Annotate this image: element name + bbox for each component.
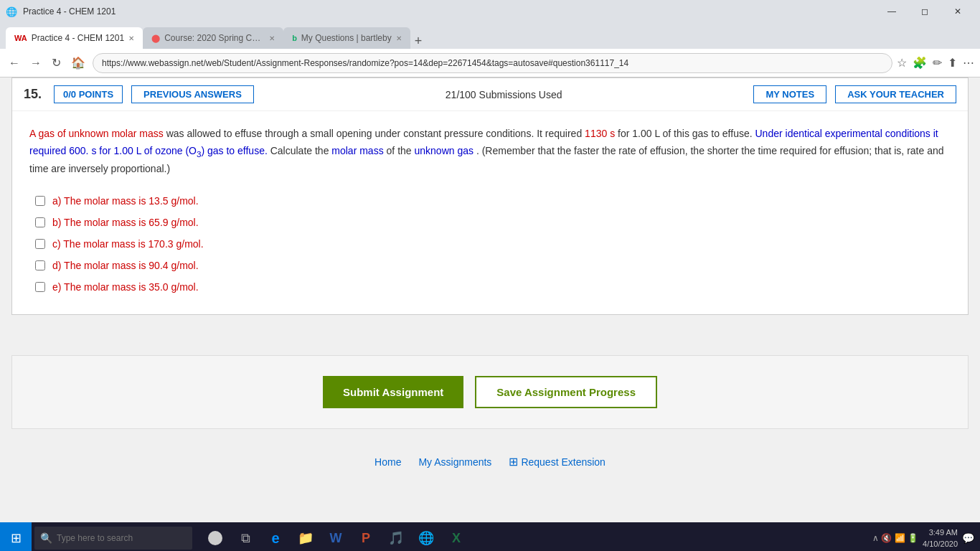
- taskbar-search-icon: 🔍: [40, 532, 52, 544]
- request-extension-container: ⊞ Request Extension: [509, 455, 606, 468]
- answer-options: a) The molar mass is 13.5 g/mol. b) The …: [29, 195, 951, 293]
- taskbar-chrome[interactable]: 🌐: [412, 522, 440, 551]
- checkbox-b[interactable]: [35, 217, 45, 227]
- question-text: A gas of unknown molar mass was allowed …: [29, 126, 951, 178]
- tab-icon-3: b: [292, 34, 297, 42]
- taskbar-file-explorer[interactable]: 📁: [291, 522, 320, 551]
- taskbar-powerpoint[interactable]: P: [352, 522, 380, 551]
- taskbar-apps: ⧉ e 📁 W P 🎵 🌐 X: [201, 522, 471, 551]
- refresh-button[interactable]: ↻: [49, 53, 64, 72]
- submissions-text: 21/100 Submissions Used: [263, 89, 745, 100]
- music-icon: 🎵: [388, 530, 404, 546]
- option-b: b) The molar mass is 65.9 g/mol.: [35, 217, 951, 228]
- taskbar-task-view[interactable]: ⧉: [231, 522, 260, 551]
- previous-answers-button[interactable]: PREVIOUS ANSWERS: [131, 85, 254, 103]
- minimize-button[interactable]: —: [875, 0, 908, 23]
- request-extension-link[interactable]: Request Extension: [521, 456, 606, 468]
- home-nav-button[interactable]: 🏠: [68, 53, 88, 72]
- taskbar-search[interactable]: 🔍: [34, 527, 192, 550]
- taskbar-cortana[interactable]: [201, 522, 230, 551]
- tab-label-2: Course: 2020 Spring CHEM: [164, 33, 265, 43]
- excel-icon: X: [452, 531, 461, 546]
- option-c: c) The molar mass is 170.3 g/mol.: [35, 238, 951, 250]
- system-tray-icons: ∧ 🔇 📶 🔋: [872, 533, 918, 543]
- checkbox-c[interactable]: [35, 239, 45, 249]
- option-a-label[interactable]: a) The molar mass is 13.5 g/mol.: [52, 195, 199, 207]
- tab-label-3: My Questions | bartleby: [301, 33, 392, 43]
- taskbar-word[interactable]: W: [321, 522, 350, 551]
- taskbar-time-display: 3:49 AM: [923, 527, 958, 539]
- option-c-label[interactable]: c) The molar mass is 170.3 g/mol.: [52, 238, 204, 250]
- request-ext-icon: ⊞: [509, 455, 518, 468]
- checkbox-d[interactable]: [35, 260, 45, 270]
- ask-teacher-button[interactable]: ASK YOUR TEACHER: [835, 85, 956, 103]
- file-explorer-icon: 📁: [298, 530, 314, 546]
- taskbar-search-input[interactable]: [57, 533, 179, 543]
- back-button[interactable]: ←: [6, 54, 23, 72]
- pen-icon[interactable]: ✏: [933, 56, 942, 70]
- action-area: Submit Assignment Save Assignment Progre…: [11, 355, 969, 429]
- new-tab-button[interactable]: +: [410, 34, 427, 49]
- option-d-label[interactable]: d) The molar mass is 90.4 g/mol.: [52, 260, 199, 271]
- tab-label-1: Practice 4 - CHEM 1201: [32, 33, 124, 43]
- taskbar-right: ∧ 🔇 📶 🔋 3:49 AM 4/10/2020 💬: [872, 527, 980, 550]
- forward-button[interactable]: →: [27, 54, 44, 72]
- footer-links: Home My Assignments ⊞ Request Extension: [0, 441, 980, 483]
- windows-icon: ⊞: [11, 530, 22, 546]
- taskbar-excel[interactable]: X: [442, 522, 471, 551]
- edge-icon: e: [271, 530, 279, 547]
- word-icon: W: [330, 531, 342, 546]
- bookmark-icon[interactable]: ☆: [897, 56, 907, 70]
- option-d: d) The molar mass is 90.4 g/mol.: [35, 260, 951, 271]
- tab-practice-chem[interactable]: WA Practice 4 - CHEM 1201 ✕: [6, 27, 143, 49]
- address-bar[interactable]: [93, 53, 892, 73]
- points-button[interactable]: 0/0 POINTS: [54, 85, 123, 103]
- option-a: a) The molar mass is 13.5 g/mol.: [35, 195, 951, 207]
- taskbar-date-display: 4/10/2020: [923, 538, 958, 550]
- cortana-icon: [208, 531, 222, 545]
- close-button[interactable]: ✕: [941, 0, 974, 23]
- tab-icon-2: ⬤: [151, 34, 160, 43]
- tab-close-2[interactable]: ✕: [269, 34, 275, 42]
- question-number: 15.: [24, 87, 45, 102]
- restore-button[interactable]: ◻: [908, 0, 941, 23]
- home-link[interactable]: Home: [374, 456, 401, 468]
- extensions-icon[interactable]: 🧩: [913, 56, 927, 70]
- option-b-label[interactable]: b) The molar mass is 65.9 g/mol.: [52, 217, 199, 228]
- notification-icon[interactable]: 💬: [962, 532, 974, 544]
- task-view-icon: ⧉: [241, 531, 250, 546]
- taskbar: ⊞ 🔍 ⧉ e 📁 W P 🎵 🌐 X: [0, 522, 980, 551]
- taskbar-edge[interactable]: e: [261, 522, 290, 551]
- save-assignment-button[interactable]: Save Assignment Progress: [475, 376, 657, 408]
- tab-close-1[interactable]: ✕: [128, 34, 134, 42]
- my-assignments-link[interactable]: My Assignments: [418, 456, 491, 468]
- tab-course-chem[interactable]: ⬤ Course: 2020 Spring CHEM ✕: [143, 27, 283, 49]
- taskbar-music[interactable]: 🎵: [382, 522, 410, 551]
- checkbox-a[interactable]: [35, 196, 45, 206]
- submit-assignment-button[interactable]: Submit Assignment: [323, 376, 463, 408]
- chrome-icon: 🌐: [418, 530, 434, 546]
- tab-close-3[interactable]: ✕: [396, 34, 402, 42]
- my-notes-button[interactable]: MY NOTES: [753, 85, 826, 103]
- browser-icon: 🌐: [6, 6, 17, 17]
- title-text: Practice 4 - CHEM 1201: [23, 6, 116, 17]
- checkbox-e[interactable]: [35, 282, 45, 292]
- option-e: e) The molar mass is 35.0 g/mol.: [35, 281, 951, 293]
- option-e-label[interactable]: e) The molar mass is 35.0 g/mol.: [52, 281, 199, 293]
- start-button[interactable]: ⊞: [0, 522, 32, 551]
- share-icon[interactable]: ⬆: [948, 56, 957, 70]
- tab-bartleby[interactable]: b My Questions | bartleby ✕: [283, 27, 410, 49]
- menu-icon[interactable]: ⋯: [963, 56, 974, 70]
- taskbar-clock: 3:49 AM 4/10/2020: [923, 527, 958, 550]
- tab-icon-1: WA: [14, 34, 27, 42]
- powerpoint-icon: P: [362, 531, 370, 546]
